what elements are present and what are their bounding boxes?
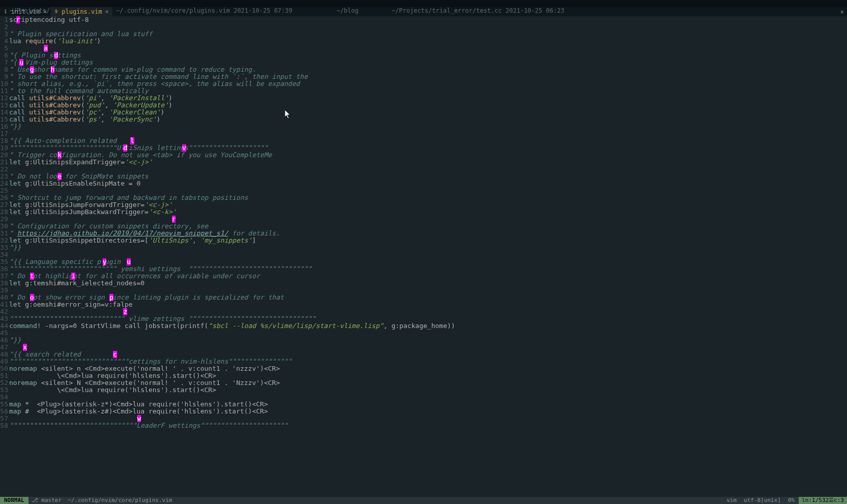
code-content[interactable]: command! -nargs=0 StartVlime call jobsta…: [9, 322, 455, 330]
code-line[interactable]: 7"{{ Vim-plug dettingsu: [0, 59, 847, 66]
code-line[interactable]: 5a: [0, 45, 847, 52]
code-line[interactable]: 55map * <Plug>(asterisk-z*)<Cmd>lua requ…: [0, 401, 847, 408]
hop-hint[interactable]: o: [30, 294, 34, 301]
code-content[interactable]: "}}: [9, 123, 21, 130]
code-content[interactable]: call utils#Cabbrev('pc', 'PackerClean'): [9, 109, 164, 116]
code-line[interactable]: 21let g:UltiSnipsExpandTrigger='<c-j>': [0, 159, 847, 166]
code-content[interactable]: " Plugin specification and lua stuff: [9, 31, 153, 38]
hop-hint[interactable]: d: [123, 144, 127, 152]
code-line[interactable]: 53 \<Cmd>lua require('hlslens').start()<…: [0, 387, 847, 394]
code-content[interactable]: """"""""""""""""""""""""""""""""LeaderF …: [9, 422, 288, 429]
code-content[interactable]: " Trigger configuration. Do not use <tab…: [9, 152, 272, 159]
code-line[interactable]: 50noremap <silent> n <Cmd>execute('norma…: [0, 365, 847, 372]
hop-hint[interactable]: g: [30, 66, 34, 73]
code-content[interactable]: "}}: [9, 337, 21, 344]
code-content[interactable]: " to the full command automatically: [9, 87, 149, 95]
code-content[interactable]: """"""""""""""""""""""""""" yemshi uetti…: [9, 265, 312, 273]
code-line[interactable]: 42z: [0, 308, 847, 315]
code-line[interactable]: 17: [0, 130, 847, 137]
code-content[interactable]: map * <Plug>(asterisk-z*)<Cmd>lua requir…: [9, 401, 268, 408]
code-content[interactable]: """""""""""""""""""""""""""UltiSnips let…: [9, 144, 268, 152]
code-line[interactable]: 34: [0, 251, 847, 258]
code-content[interactable]: let g:oemshi#error_sign=v:falpe: [9, 301, 133, 308]
editor-area[interactable]: 1scriptencoding utf-8rr23" Plugin specif…: [0, 16, 847, 429]
code-line[interactable]: 40" Do not show error sign since linting…: [0, 294, 847, 301]
code-line[interactable]: 39: [0, 287, 847, 294]
code-content[interactable]: " Do not highlight for all occurrences o…: [9, 273, 260, 280]
code-line[interactable]: 56map # <Plug>(asterisk-z#)<Cmd>lua requ…: [0, 408, 847, 415]
hop-hint[interactable]: c: [113, 351, 117, 358]
hop-hint[interactable]: d: [54, 52, 58, 59]
code-line[interactable]: 18"{{ Auto-completion relatedl: [0, 137, 847, 144]
code-content[interactable]: "{{ Auto-completion relatedl: [9, 137, 116, 144]
code-line[interactable]: 51 \<Cmd>lua require('hlslens').start()<…: [0, 372, 847, 379]
code-line[interactable]: 13call utils#Cabbrev('pud', 'PackerUpdat…: [0, 102, 847, 109]
code-line[interactable]: 23" Do not look for SnipMate snippetse: [0, 173, 847, 180]
code-content[interactable]: "{{ Vim-plug dettingsu: [9, 59, 93, 66]
code-line[interactable]: 26" Shortcut to jump forward and backwar…: [0, 194, 847, 201]
hop-hint[interactable]: p: [109, 294, 113, 301]
code-line[interactable]: 57w: [0, 415, 847, 422]
code-content[interactable]: " Do not show error sign since linting p…: [9, 294, 284, 301]
code-line[interactable]: 35"{{ Language specific pluginyu: [0, 258, 847, 265]
code-line[interactable]: 10" short alias, e.g., `pi`, then press …: [0, 80, 847, 87]
code-content[interactable]: let g:UltiSnipsSnippetDirectories=['Ulti…: [9, 237, 256, 244]
code-line[interactable]: 33"}}: [0, 244, 847, 251]
code-line[interactable]: 2: [0, 23, 847, 31]
hop-hint[interactable]: u: [127, 258, 131, 265]
code-line[interactable]: 3" Plugin specification and lua stuff: [0, 31, 847, 38]
hop-hint[interactable]: u: [19, 59, 23, 66]
code-content[interactable]: " Configuration for custom snippets dire…: [9, 223, 208, 230]
code-line[interactable]: 28let g:UltiSnipsJumpBackwardTrigger='<c…: [0, 209, 847, 216]
code-line[interactable]: 20" Trigger configuration. Do not use <t…: [0, 152, 847, 159]
code-content[interactable]: """"""""""""""""""""""""""""""cettings f…: [9, 358, 292, 365]
hop-hint[interactable]: i: [71, 273, 75, 280]
hop-hint[interactable]: w: [137, 415, 141, 422]
code-line[interactable]: 32let g:UltiSnipsSnippetDirectories=['Ul…: [0, 237, 847, 244]
hop-hint[interactable]: x: [23, 344, 27, 351]
code-line[interactable]: 15call utils#Cabbrev('ps', 'PackerSync'): [0, 116, 847, 123]
code-content[interactable]: call utils#Cabbrev('pud', 'PackerUpdate'…: [9, 102, 172, 109]
hop-hint[interactable]: r: [172, 216, 176, 223]
hop-hint[interactable]: z: [123, 308, 127, 315]
hop-hint[interactable]: r: [16, 16, 20, 23]
code-content[interactable]: lua require('lua-init'): [9, 38, 101, 45]
code-line[interactable]: 41let g:oemshi#error_sign=v:falpe: [0, 301, 847, 308]
hop-hint[interactable]: y: [103, 258, 107, 265]
code-line[interactable]: 31" https://jdhao.github.io/2019/04/17/n…: [0, 230, 847, 237]
tab-init-vim[interactable]: 1init.vim✕: [0, 7, 51, 16]
code-line[interactable]: 1scriptencoding utf-8rr: [0, 16, 847, 23]
code-line[interactable]: 54: [0, 394, 847, 401]
code-line[interactable]: 46"}}: [0, 337, 847, 344]
code-content[interactable]: scriptencoding utf-8rr: [9, 16, 89, 23]
code-line[interactable]: 22: [0, 166, 847, 173]
code-line[interactable]: 8" Use shortnames for common vim-plug co…: [0, 66, 847, 73]
code-content[interactable]: " https://jdhao.github.io/2019/04/17/neo…: [9, 230, 280, 237]
code-content[interactable]: " Do not look for SnipMate snippetse: [9, 173, 149, 180]
code-line[interactable]: 24let g:UltiSnipsEnableSnipMate = 0: [0, 180, 847, 187]
hop-hint[interactable]: h: [51, 66, 55, 73]
code-content[interactable]: \<Cmd>lua require('hlslens').start()<CR>: [9, 372, 216, 379]
tab-plugins-vim[interactable]: 9plugins.vim✕: [51, 7, 113, 16]
code-line[interactable]: 52noremap <silent> N <Cmd>execute('norma…: [0, 379, 847, 387]
code-content[interactable]: "{ Plugin settingsd: [9, 52, 81, 59]
code-line[interactable]: 48"{{ xearch relatedc: [0, 351, 847, 358]
code-line[interactable]: 25: [0, 187, 847, 194]
code-line[interactable]: 36""""""""""""""""""""""""""" yemshi uet…: [0, 265, 847, 273]
code-line[interactable]: 44command! -nargs=0 StartVlime call jobs…: [0, 322, 847, 330]
code-line[interactable]: 12call utils#Cabbrev('pi', 'PackerInstal…: [0, 95, 847, 102]
code-content[interactable]: call utils#Cabbrev('pi', 'PackerInstall'…: [9, 95, 172, 102]
hop-hint[interactable]: v: [182, 144, 186, 152]
code-line[interactable]: 38let g:temshi#mark_ielected_nodes=0: [0, 280, 847, 287]
code-content[interactable]: call utils#Cabbrev('ps', 'PackerSync'): [9, 116, 160, 123]
hop-hint[interactable]: l: [130, 137, 134, 144]
hop-hint[interactable]: t: [30, 273, 34, 280]
close-icon[interactable]: ✕: [43, 8, 47, 15]
code-line[interactable]: 30" Configuration for custom snippets di…: [0, 223, 847, 230]
code-line[interactable]: 27let g:UltiSnipsJumpForwardTrigger='<c-…: [0, 201, 847, 209]
code-line[interactable]: 49""""""""""""""""""""""""""""""cettings…: [0, 358, 847, 365]
code-content[interactable]: let g:UltiSnipsJumpForwardTrigger='<c-j>…: [9, 201, 172, 209]
code-content[interactable]: let g:UltiSnipsExpandTrigger='<c-j>': [9, 159, 153, 166]
code-content[interactable]: """"""""""""""""""""""""""""" vlime zett…: [9, 315, 316, 322]
code-content[interactable]: let g:temshi#mark_ielected_nodes=0: [9, 280, 144, 287]
